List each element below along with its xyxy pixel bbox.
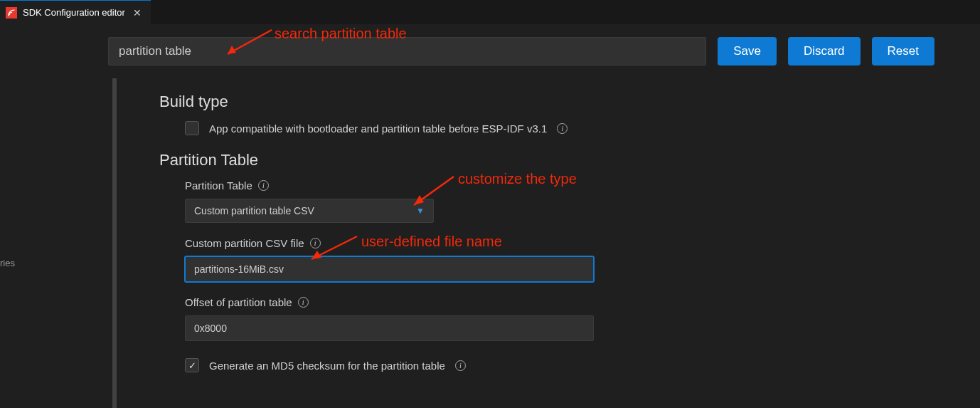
info-icon[interactable]: i [310,238,321,249]
tab-bar: SDK Configuration editor ✕ [0,0,980,24]
csv-file-label: Custom partition CSV file [185,237,304,249]
annotation-search: search partition table [275,26,407,42]
action-row: Save Discard Reset [17,24,980,78]
partition-table-label: Partition Table [185,179,252,192]
save-button[interactable]: Save [718,37,777,66]
tab-sdk-config[interactable]: SDK Configuration editor ✕ [0,0,151,24]
compat-checkbox[interactable] [185,121,199,135]
sidebar-fragment: ries [0,24,17,408]
chevron-down-icon: ▼ [416,206,425,216]
annotation-type: customize the type [458,171,577,187]
info-icon[interactable]: i [298,297,309,308]
dropdown-value: Custom partition table CSV [194,205,314,216]
csv-file-input[interactable] [185,256,594,282]
config-panel: Build type App compatible with bootloade… [112,78,934,408]
discard-button[interactable]: Discard [788,37,861,66]
annotation-filename: user-defined file name [361,234,502,250]
search-input[interactable] [108,37,706,66]
info-icon[interactable]: i [557,123,568,134]
info-icon[interactable]: i [455,360,466,371]
close-icon[interactable]: ✕ [131,6,144,19]
md5-checkbox[interactable] [185,358,199,372]
md5-label: Generate an MD5 checksum for the partiti… [209,360,445,372]
offset-label: Offset of partition table [185,296,292,308]
section-title-build-type: Build type [159,93,934,111]
partition-type-dropdown[interactable]: Custom partition table CSV ▼ [185,199,434,223]
espressif-icon [6,7,17,19]
reset-button[interactable]: Reset [872,37,934,66]
offset-input[interactable] [185,315,594,341]
tab-title: SDK Configuration editor [23,7,125,18]
compat-label: App compatible with bootloader and parti… [209,122,547,135]
info-icon[interactable]: i [258,180,269,191]
section-title-partition-table: Partition Table [159,151,934,169]
